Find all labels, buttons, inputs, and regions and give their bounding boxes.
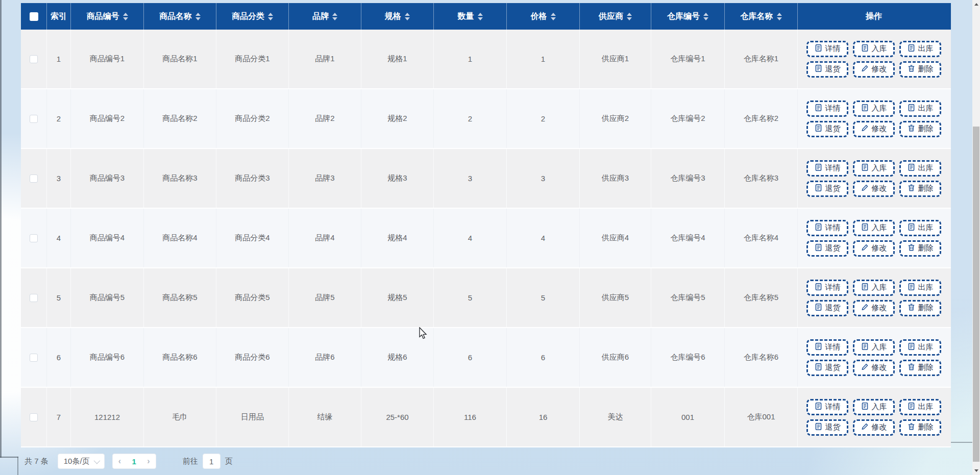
column-header-price[interactable]: 价格 [507,3,580,30]
details-button[interactable]: 详情 [806,160,848,177]
details-button[interactable]: 详情 [806,220,848,236]
sort-carets-icon[interactable] [777,13,782,20]
sort-carets-icon[interactable] [195,13,201,20]
edit-button[interactable]: 修改 [853,61,895,78]
stock-in-button[interactable]: 入库 [853,160,895,177]
row-checkbox[interactable] [30,115,38,123]
stock-in-button[interactable]: 入库 [853,339,895,356]
sort-asc-icon[interactable] [195,13,201,16]
stock-out-button[interactable]: 出库 [899,160,941,177]
details-button[interactable]: 详情 [806,399,848,415]
stock-in-button[interactable]: 入库 [853,399,895,415]
row-checkbox[interactable] [30,294,38,302]
column-header-wh_name[interactable]: 仓库名称 [725,3,798,30]
delete-button[interactable]: 删除 [899,300,941,316]
return-button[interactable]: 退货 [806,240,848,257]
return-button[interactable]: 退货 [806,181,848,197]
sort-asc-icon[interactable] [332,13,337,16]
row-checkbox[interactable] [30,234,38,242]
sort-desc-icon[interactable] [332,17,337,20]
return-button[interactable]: 退货 [806,121,848,137]
scrollbar-thumb[interactable] [973,127,979,462]
select-all-checkbox[interactable] [30,12,38,21]
details-button[interactable]: 详情 [806,280,848,296]
sort-desc-icon[interactable] [405,17,410,20]
sort-asc-icon[interactable] [777,13,782,16]
prev-page-button[interactable]: ‹ [118,457,121,465]
edit-button[interactable]: 修改 [853,121,895,137]
delete-button[interactable]: 删除 [899,419,941,436]
stock-out-button[interactable]: 出库 [899,41,941,57]
delete-button[interactable]: 删除 [899,181,941,197]
sort-carets-icon[interactable] [268,13,273,20]
column-header-code[interactable]: 商品编号 [71,3,144,30]
column-header-wh_code[interactable]: 仓库编号 [651,3,725,30]
return-button[interactable]: 退货 [806,360,848,376]
edit-button[interactable]: 修改 [853,181,895,197]
column-header-category[interactable]: 商品分类 [216,3,289,30]
sort-desc-icon[interactable] [777,17,782,20]
column-header-supplier[interactable]: 供应商 [580,3,651,30]
row-checkbox[interactable] [30,413,38,421]
sort-carets-icon[interactable] [332,13,337,20]
sort-asc-icon[interactable] [551,13,556,16]
scrollbar-down-arrow[interactable] [972,466,980,475]
cell-supplier: 供应商6 [580,328,651,387]
sort-desc-icon[interactable] [627,17,632,20]
edit-button[interactable]: 修改 [853,300,895,316]
sort-carets-icon[interactable] [123,13,128,20]
column-header-spec[interactable]: 规格 [361,3,434,30]
sort-asc-icon[interactable] [405,13,410,16]
sort-desc-icon[interactable] [703,17,708,20]
stock-out-button[interactable]: 出库 [899,101,941,117]
sort-desc-icon[interactable] [123,17,128,20]
stock-in-button[interactable]: 入库 [853,101,895,117]
scrollbar-up-arrow[interactable] [972,0,980,9]
browser-scrollbar[interactable] [972,0,980,475]
sort-asc-icon[interactable] [268,13,273,16]
stock-in-button[interactable]: 入库 [853,280,895,296]
details-button[interactable]: 详情 [806,41,848,57]
sort-carets-icon[interactable] [551,13,556,20]
sort-carets-icon[interactable] [627,13,632,20]
sort-desc-icon[interactable] [478,17,483,20]
row-checkbox[interactable] [30,174,38,183]
row-checkbox[interactable] [30,354,38,362]
delete-button[interactable]: 删除 [899,121,941,137]
sort-desc-icon[interactable] [195,17,201,20]
column-header-brand[interactable]: 品牌 [289,3,361,30]
details-button[interactable]: 详情 [806,101,848,117]
sort-desc-icon[interactable] [268,17,273,20]
delete-button[interactable]: 删除 [899,61,941,78]
delete-button[interactable]: 删除 [899,240,941,257]
return-button[interactable]: 退货 [806,300,848,316]
sort-desc-icon[interactable] [551,17,556,20]
delete-button[interactable]: 删除 [899,360,941,376]
return-button[interactable]: 退货 [806,419,848,436]
row-checkbox[interactable] [30,55,38,63]
column-header-qty[interactable]: 数量 [434,3,507,30]
page-number-1[interactable]: 1 [132,457,136,466]
next-page-button[interactable]: › [147,457,150,465]
details-button[interactable]: 详情 [806,339,848,356]
sort-carets-icon[interactable] [405,13,410,20]
edit-button[interactable]: 修改 [853,240,895,257]
return-button[interactable]: 退货 [806,61,848,78]
sort-asc-icon[interactable] [703,13,708,16]
stock-out-button[interactable]: 出库 [899,339,941,356]
stock-in-button[interactable]: 入库 [853,220,895,236]
stock-in-button[interactable]: 入库 [853,41,895,57]
sort-asc-icon[interactable] [123,13,128,16]
stock-out-button[interactable]: 出库 [899,399,941,415]
sort-carets-icon[interactable] [703,13,708,20]
goto-page-input[interactable] [203,454,220,469]
edit-button[interactable]: 修改 [853,419,895,436]
edit-button[interactable]: 修改 [853,360,895,376]
page-size-select[interactable]: 10条/页 [58,454,105,469]
sort-asc-icon[interactable] [627,13,632,16]
sort-asc-icon[interactable] [478,13,483,16]
stock-out-button[interactable]: 出库 [899,220,941,236]
sort-carets-icon[interactable] [478,13,483,20]
column-header-name[interactable]: 商品名称 [144,3,216,30]
stock-out-button[interactable]: 出库 [899,280,941,296]
